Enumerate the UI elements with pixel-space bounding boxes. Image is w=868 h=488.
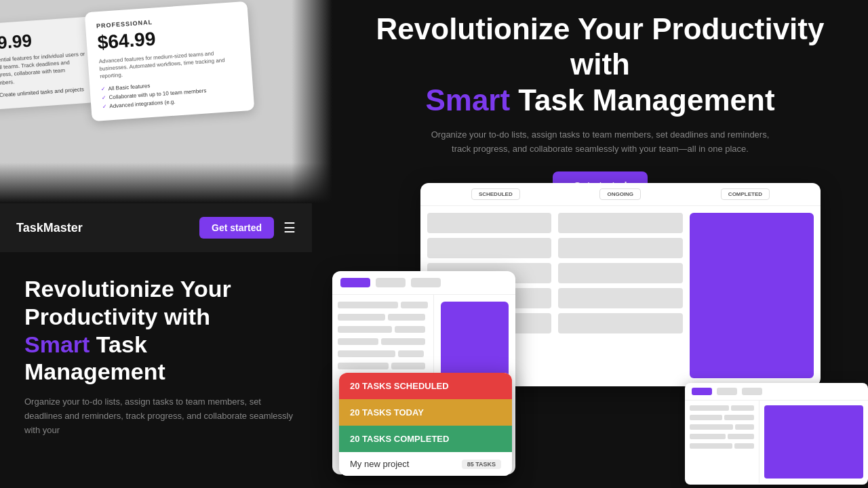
hero-left-accent: Smart — [24, 331, 90, 357]
hero-left-heading: Revolutionize Your Productivity with Sma… — [24, 275, 294, 386]
kanban-card — [427, 213, 551, 233]
pricing-price-basic: $9.99 — [0, 26, 85, 54]
hero-left-desc: Organize your to-do lists, assign tasks … — [24, 395, 294, 437]
pricing-desc-professional: Advanced features for medium-sized teams… — [98, 48, 241, 81]
stat-badge: 85 TASKS — [462, 460, 501, 469]
kanban-card — [558, 313, 682, 333]
small-list-col — [685, 401, 760, 483]
stat-project-name: My new project — [350, 459, 409, 469]
kanban-card-purple — [690, 213, 814, 378]
hero-right-line1: Revolutionize Your Productivity with — [376, 12, 825, 81]
stat-row-completed: 20 TASKS COMPLETED — [339, 426, 512, 452]
hamburger-icon[interactable]: ☰ — [283, 220, 296, 236]
hero-right: Revolutionize Your Productivity with Sma… — [332, 20, 868, 190]
small-dashboard — [685, 383, 868, 485]
check-icon-3: ✓ — [102, 103, 107, 109]
tab-inactive-2 — [411, 278, 441, 287]
tab-inactive-1 — [376, 278, 406, 287]
kanban-ongoing-col — [558, 213, 682, 378]
stat-project-row: My new project 85 TASKS — [339, 452, 512, 476]
tab-active — [340, 278, 370, 287]
pricing-card-professional: PROFESSIONAL $64.99 Advanced features fo… — [85, 1, 255, 121]
kanban-card — [558, 288, 682, 308]
hero-right-line2: Task Management — [510, 83, 774, 117]
left-panel: $9.99 Essential features for individual … — [0, 0, 332, 203]
stat-row-today: 20 TASKS TODAY — [339, 399, 512, 426]
kanban-header: SCHEDULED ONGOING COMPLETED — [420, 183, 821, 206]
small-detail-col — [760, 401, 868, 483]
check-icon-2: ✓ — [101, 94, 106, 100]
hero-right-heading: Revolutionize Your Productivity with Sma… — [373, 12, 827, 119]
kanban-col-completed: COMPLETED — [721, 188, 770, 200]
navbar: TaskMaster Get started ☰ — [0, 203, 312, 252]
pricing-card-basic: $9.99 Essential features for individual … — [0, 16, 98, 110]
kanban-completed-col — [690, 213, 814, 378]
kanban-card — [427, 238, 551, 258]
hero-left: Revolutionize Your Productivity with Sma… — [0, 256, 319, 457]
hero-left-line1: Revolutionize Your — [24, 276, 231, 302]
hero-right-desc: Organize your to-do lists, assign tasks … — [424, 128, 776, 157]
stats-card: 20 TASKS SCHEDULED 20 TASKS TODAY 20 TAS… — [339, 373, 512, 476]
stat-row-scheduled: 20 TASKS SCHEDULED — [339, 373, 512, 399]
hero-left-line3: Task — [90, 331, 146, 357]
hero-left-line2: Productivity with — [24, 304, 210, 329]
pricing-feature-basic-1: ✓ Create unlimited tasks and projects — [0, 86, 87, 100]
kanban-card — [558, 263, 682, 283]
task-dash-header — [332, 271, 515, 295]
kanban-card — [558, 238, 682, 258]
kanban-col-ongoing: ONGOING — [599, 188, 641, 200]
check-icon-1: ✓ — [100, 85, 106, 92]
pricing-desc-basic: Essential features for individual users … — [0, 50, 87, 87]
hero-right-accent: Smart — [425, 83, 510, 117]
navbar-get-started-button[interactable]: Get started — [199, 217, 274, 239]
hero-left-line4: Management — [24, 359, 165, 384]
navbar-logo: TaskMaster — [16, 221, 83, 235]
kanban-card — [558, 213, 682, 233]
small-dash-header — [685, 383, 868, 401]
dashboard-area: SCHEDULED ONGOING COMPLETED — [332, 183, 868, 488]
kanban-col-scheduled: SCHEDULED — [471, 188, 520, 200]
